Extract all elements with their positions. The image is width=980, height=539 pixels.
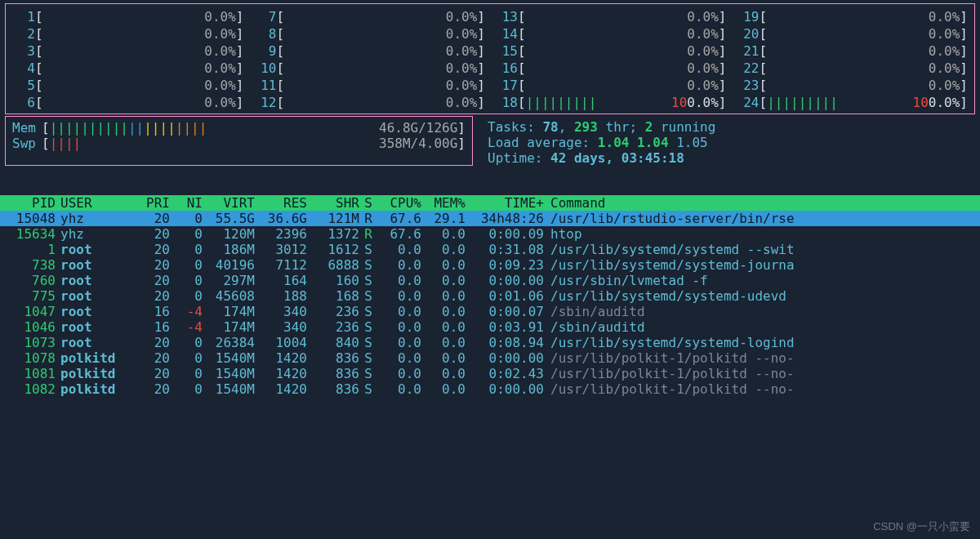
cpu-meter-23: 23 [0.0%] bbox=[737, 78, 969, 93]
process-row[interactable]: 1082polkitd2001540M1420836S0.00.00:00.00… bbox=[0, 381, 980, 397]
cpu-meter-13: 13 [0.0%] bbox=[495, 9, 727, 24]
col-pid[interactable]: PID bbox=[3, 195, 56, 211]
cpu-meter-2: 2 [0.0%] bbox=[12, 26, 244, 42]
cpu-meter-5: 5 [0.0%] bbox=[12, 78, 244, 93]
cpu-meter-15: 15 [0.0%] bbox=[495, 43, 727, 59]
mem-meter: Mem[||||||||||||||||||||46.8G/126G] bbox=[12, 120, 466, 136]
cpu-meter-4: 4 [0.0%] bbox=[12, 60, 244, 76]
process-row[interactable]: 760root200297M164160S0.00.00:00.00/usr/s… bbox=[0, 273, 980, 288]
process-row[interactable]: 1046root16-4174M340236S0.00.00:03.91/sbi… bbox=[0, 319, 980, 335]
cpu-meter-7: 7 [0.0%] bbox=[254, 9, 486, 24]
memory-panel: Mem[||||||||||||||||||||46.8G/126G] Swp[… bbox=[5, 116, 473, 166]
cpu-meter-18: 18 [|||||||||100.0%] bbox=[495, 95, 727, 110]
tasks-line: Tasks: 78, 293 thr; 2 running bbox=[488, 119, 715, 135]
process-header[interactable]: PID USER PRI NI VIRT RES SHR S CPU% MEM%… bbox=[0, 195, 980, 211]
col-res[interactable]: RES bbox=[255, 195, 307, 211]
cpu-meter-14: 14 [0.0%] bbox=[495, 26, 727, 42]
col-s[interactable]: S bbox=[359, 195, 377, 211]
load-line: Load average: 1.04 1.04 1.05 bbox=[488, 135, 715, 150]
system-info: Tasks: 78, 293 thr; 2 running Load avera… bbox=[473, 116, 715, 166]
uptime-line: Uptime: 42 days, 03:45:18 bbox=[488, 150, 715, 166]
process-row[interactable]: 1073root200263841004840S0.00.00:08.94/us… bbox=[0, 335, 980, 350]
col-cmd[interactable]: Command bbox=[544, 195, 977, 211]
col-user[interactable]: USER bbox=[56, 195, 129, 211]
process-row[interactable]: 1047root16-4174M340236S0.00.00:00.07/sbi… bbox=[0, 304, 980, 319]
cpu-meter-17: 17 [0.0%] bbox=[495, 78, 727, 93]
cpu-meter-10: 10 [0.0%] bbox=[254, 60, 486, 76]
cpu-meter-11: 11 [0.0%] bbox=[254, 78, 486, 93]
cpu-meters-panel: 1 [0.0%]2 [0.0%]3 [0.0%]4 [0.0%]5 [0.0%]… bbox=[5, 3, 975, 114]
process-row[interactable]: 1root200186M30121612S0.00.00:31.08/usr/l… bbox=[0, 242, 980, 257]
watermark: CSDN @一只小蛮要 bbox=[873, 519, 970, 534]
process-row[interactable]: 1081polkitd2001540M1420836S0.00.00:02.43… bbox=[0, 366, 980, 381]
cpu-meter-8: 8 [0.0%] bbox=[254, 26, 486, 42]
col-virt[interactable]: VIRT bbox=[203, 195, 255, 211]
swp-meter: Swp[||||358M/4.00G] bbox=[12, 136, 466, 151]
process-row[interactable]: 1078polkitd2001540M1420836S0.00.00:00.00… bbox=[0, 350, 980, 366]
col-ni[interactable]: NI bbox=[170, 195, 203, 211]
col-mem[interactable]: MEM% bbox=[421, 195, 466, 211]
process-row[interactable]: 738root2004019671126888S0.00.00:09.23/us… bbox=[0, 257, 980, 273]
process-list[interactable]: PID USER PRI NI VIRT RES SHR S CPU% MEM%… bbox=[0, 195, 980, 397]
cpu-meter-1: 1 [0.0%] bbox=[12, 9, 244, 24]
cpu-meter-20: 20 [0.0%] bbox=[737, 26, 969, 42]
cpu-meter-19: 19 [0.0%] bbox=[737, 9, 969, 24]
cpu-meter-24: 24 [|||||||||100.0%] bbox=[737, 95, 969, 110]
cpu-meter-3: 3 [0.0%] bbox=[12, 43, 244, 59]
process-row[interactable]: 15048yhz20055.5G36.6G121MR67.629.134h48:… bbox=[0, 211, 980, 226]
cpu-meter-16: 16 [0.0%] bbox=[495, 60, 727, 76]
cpu-meter-9: 9 [0.0%] bbox=[254, 43, 486, 59]
col-shr[interactable]: SHR bbox=[307, 195, 359, 211]
col-time[interactable]: TIME+ bbox=[466, 195, 544, 211]
cpu-meter-21: 21 [0.0%] bbox=[737, 43, 969, 59]
cpu-meter-22: 22 [0.0%] bbox=[737, 60, 969, 76]
process-row[interactable]: 775root20045608188168S0.00.00:01.06/usr/… bbox=[0, 288, 980, 304]
col-cpu[interactable]: CPU% bbox=[377, 195, 421, 211]
col-pri[interactable]: PRI bbox=[129, 195, 170, 211]
process-row[interactable]: 15634yhz200120M23961372R67.60.00:00.09ht… bbox=[0, 226, 980, 242]
cpu-meter-6: 6 [0.0%] bbox=[12, 95, 244, 110]
cpu-meter-12: 12 [0.0%] bbox=[254, 95, 486, 110]
